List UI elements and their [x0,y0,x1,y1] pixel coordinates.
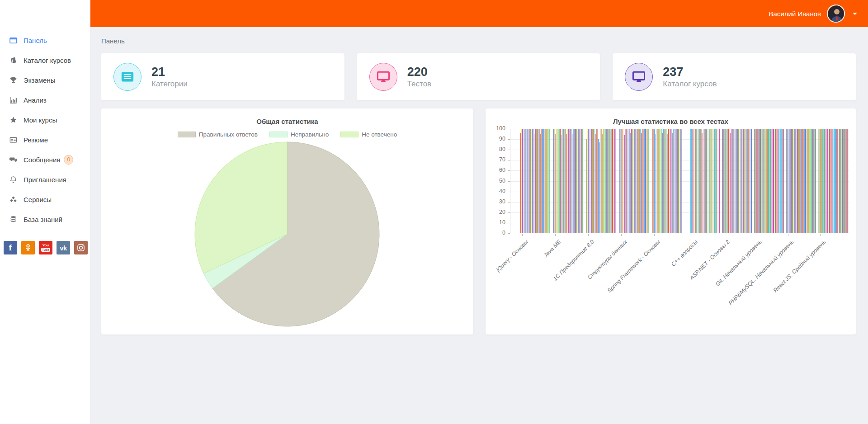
stat-text: 220Тестов [407,65,431,88]
x-tick [692,234,692,236]
sidebar-item-messages[interactable]: Сообщения0 [0,150,90,170]
x-tick [788,234,788,236]
breadcrumb: Панель [101,37,125,45]
sidebar-item-services[interactable]: Сервисы [0,189,90,209]
x-tick [756,234,756,236]
sidebar-item-label: Мои курсы [24,116,57,124]
bar [549,129,550,233]
user-menu[interactable]: Василий Иванов [769,0,857,27]
sidebar-item-analysis[interactable]: Анализ [0,90,90,110]
bar [783,129,784,233]
y-axis-label: 100 [486,125,505,132]
pie-chart [192,141,382,327]
chevron-down-icon [853,13,857,15]
sidebar-item-panel[interactable]: Панель [0,30,90,50]
y-tick [508,212,510,213]
facebook-icon[interactable]: f [4,241,17,254]
sidebar: ПанельКаталог курсовЭкзаменыАнализМои ку… [0,0,90,424]
x-tick [724,234,724,236]
sidebar-item-exams[interactable]: Экзамены [0,70,90,90]
sidebar-item-label: База знаний [24,216,62,223]
stat-value: 21 [151,65,188,79]
avatar-image [828,5,845,23]
trophy-icon [9,76,17,84]
legend-label: Не отвечено [362,131,397,138]
bar [751,129,752,233]
sidebar-item-my-courses[interactable]: Мои курсы [0,110,90,130]
vk-icon[interactable]: vk [57,241,70,254]
facebook-glyph: f [9,243,12,253]
star-icon [9,116,17,124]
stat-label: Тестов [407,80,431,89]
y-axis-label: 40 [486,188,505,194]
sidebar-item-label: Сообщения [24,156,60,164]
idcard-icon [9,136,17,144]
y-tick [508,170,510,171]
legend-item: Правильных ответов [178,131,258,138]
bar [648,129,649,233]
stat-label: Категории [151,80,188,89]
sidebar-nav: ПанельКаталог курсовЭкзаменыАнализМои ку… [0,0,90,229]
cubes-icon [9,195,17,203]
x-axis-label: PHP&MySQL. Начальный уровень [727,239,795,306]
x-tick [522,234,523,236]
pie-chart-card: Общая статистика Правильных ответовНепра… [101,108,473,334]
legend-swatch [269,132,288,137]
y-tick [508,192,510,192]
y-axis-label: 20 [486,209,505,215]
y-axis-label: 30 [486,198,505,205]
messages-badge: 0 [64,155,73,165]
bell-icon [9,175,17,184]
bar [681,129,682,233]
stat-value: 237 [663,65,717,79]
y-axis-label: 10 [486,219,505,226]
window-icon [9,36,17,44]
vk-glyph: vk [60,244,67,252]
main-content: Панель 21Категории220Тестов237Каталог ку… [90,27,868,424]
y-tick [508,150,510,150]
x-tick [621,234,622,236]
youtube-glyph: YouTube [41,244,50,252]
bar [847,129,848,233]
y-axis-label: 0 [486,230,505,236]
stat-label: Каталог курсов [663,80,717,89]
youtube-icon[interactable]: YouTube [39,241,52,254]
sidebar-item-invitations[interactable]: Приглашения [0,170,90,189]
y-tick [508,160,510,160]
sidebar-item-course-catalog[interactable]: Каталог курсов [0,50,90,70]
y-tick [508,223,510,223]
monitor-icon [369,63,397,91]
legend-label: Правильных ответов [199,131,258,138]
bar [719,129,720,233]
topbar: Василий Иванов [90,0,868,27]
book-icon [9,56,17,64]
x-axis-label: React JS. Средний уровень [772,239,827,294]
y-axis-label: 90 [486,136,505,142]
x-tick [820,234,821,236]
sidebar-item-label: Анализ [24,96,47,104]
x-axis-label: jQuery - Основы [495,239,529,273]
y-tick [508,129,510,129]
bar [582,129,583,233]
sidebar-item-resume[interactable]: Резюме [0,130,90,150]
y-tick [508,139,510,140]
legend-item: Не отвечено [340,131,397,138]
odnoklassniki-icon[interactable] [21,241,35,254]
pie-legend: Правильных ответовНеправильноНе отвечено [101,131,473,138]
bar [615,129,616,233]
y-axis-label: 60 [486,167,505,173]
y-axis-label: 50 [486,178,505,184]
chart-icon [9,96,17,104]
avatar[interactable] [827,5,845,23]
sidebar-item-label: Каталог курсов [24,57,71,64]
bar [815,129,816,233]
x-axis-label: Spring Framework - Основы [606,239,661,294]
bar-chart: 0102030405060708090100jQuery - ОсновыJav… [486,108,856,334]
instagram-icon[interactable] [74,241,88,254]
x-axis-label: Java ME [542,239,562,259]
y-tick [508,202,510,203]
sidebar-item-knowledge-base[interactable]: База знаний [0,209,90,229]
stat-card-courses: 237Каталог курсов [613,53,856,100]
stat-card-categories: 21Категории [101,53,344,100]
database-icon [9,215,17,223]
